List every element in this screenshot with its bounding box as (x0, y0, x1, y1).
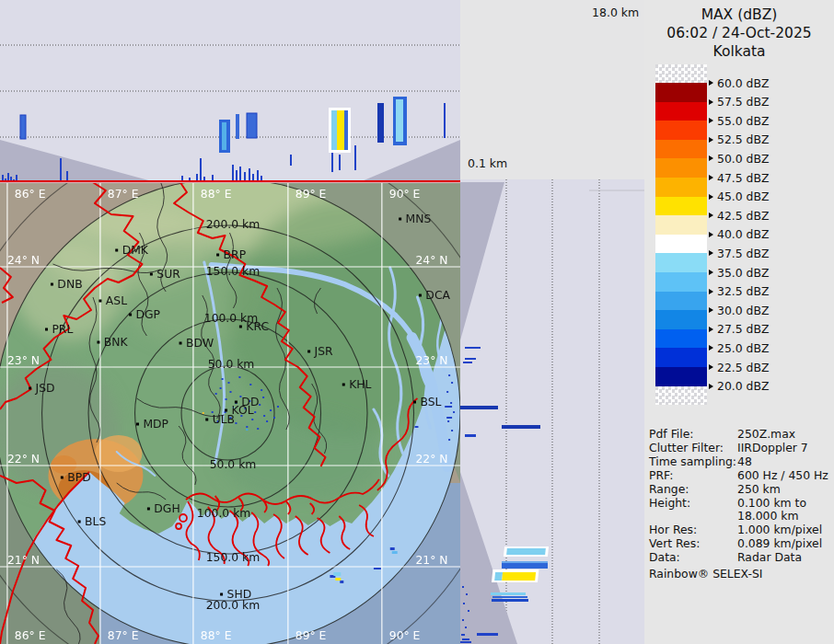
range-ring-label: 100.0 km (197, 506, 251, 520)
city-label: BDW (186, 336, 214, 350)
legend-boundary-label: 40.0 dBZ (709, 228, 769, 241)
map-canvas: 86° E86° E87° E87° E88° E88° E89° E89° E… (0, 179, 460, 644)
latitude-label: 22° N (7, 452, 40, 466)
longitude-label: 90° E (389, 187, 421, 201)
station-name: Kolkata (644, 42, 834, 61)
city-dot (61, 477, 64, 479)
city-dot (419, 294, 422, 297)
metadata-row: Height:0.100 km to (649, 497, 833, 511)
legend-panel: MAX (dBZ) 06:02 / 24-Oct-2025 Kolkata 60… (644, 0, 834, 644)
legend-boundary-label: 30.0 dBZ (709, 304, 769, 316)
legend-band (655, 140, 707, 159)
legend-boundary-label: 32.5 dBZ (709, 285, 769, 298)
city-label: SUR (156, 267, 180, 281)
longitude-label: 87° E (108, 628, 139, 642)
legend-boundary-label: 25.0 dBZ (709, 341, 769, 354)
legend-arrow-icon (709, 155, 713, 161)
legend-boundary-label: 52.5 dBZ (709, 133, 769, 146)
height-max-label: 18.0 km (592, 6, 639, 19)
legend-band (655, 64, 707, 83)
range-ring-label: 50.0 km (210, 457, 257, 471)
legend-band (655, 367, 707, 386)
legend-arrow-icon (709, 80, 713, 86)
height-min-label: 0.1 km (468, 156, 507, 170)
legend-arrow-icon (709, 384, 713, 389)
city-dot (29, 387, 31, 390)
top-projection-canvas (0, 0, 460, 183)
legend-band (655, 215, 707, 235)
city-dot (45, 328, 48, 331)
side-projection-canvas (460, 179, 644, 644)
city-label: PRL (52, 322, 73, 336)
software-brand: Rainbow® SELEX-SI (649, 567, 762, 581)
city-dot (220, 593, 223, 596)
legend-band (655, 253, 707, 272)
legend-band (655, 272, 707, 292)
legend-boundary-label: 35.0 dBZ (709, 266, 769, 279)
legend-arrow-icon (709, 232, 713, 237)
legend-arrow-icon (709, 118, 713, 123)
legend-boundary-label: 50.0 dBZ (709, 152, 769, 165)
city-dot (216, 254, 219, 257)
city-label: DGP (136, 307, 161, 321)
city-dot (307, 351, 310, 353)
legend-arrow-icon (709, 194, 713, 200)
city-dot (136, 423, 139, 426)
range-ring-label: 150.0 km (206, 264, 261, 278)
legend-arrow-icon (709, 327, 713, 332)
legend-arrow-icon (709, 213, 713, 218)
city-dot (413, 401, 416, 404)
city-label: KRC (246, 319, 269, 333)
product-name: MAX (dBZ) (644, 6, 834, 24)
longitude-label: 89° E (295, 628, 327, 642)
longitude-label: 86° E (15, 628, 46, 642)
latitude-label: 24° N (415, 253, 447, 267)
legend-arrow-icon (709, 137, 713, 143)
metadata-row: Hor Res:1.000 km/pixel (649, 523, 833, 537)
legend-band (655, 329, 707, 349)
city-dot (239, 326, 242, 328)
latitude-label: 24° N (7, 253, 40, 267)
city-label: SHD (227, 587, 252, 601)
city-label: BRP (224, 247, 247, 261)
legend-boundary-label: 20.0 dBZ (709, 380, 769, 393)
legend-arrow-icon (709, 307, 713, 313)
legend-band (655, 83, 707, 102)
legend-title: MAX (dBZ) 06:02 / 24-Oct-2025 Kolkata (644, 6, 834, 61)
legend-boundary-label: 27.5 dBZ (709, 323, 769, 336)
city-dot (51, 283, 53, 286)
metadata-row: 18.000 km (649, 510, 833, 523)
legend-band (655, 292, 707, 311)
surface-baseline (0, 180, 460, 182)
legend-boundary-label: 60.0 dBZ (709, 76, 769, 89)
longitude-label: 90° E (389, 628, 421, 642)
city-dot (147, 508, 150, 511)
range-ring-label: 150.0 km (206, 550, 261, 564)
city-label: JSD (35, 381, 55, 395)
legend-boundary-label: 57.5 dBZ (709, 96, 769, 109)
city-dot (180, 342, 182, 345)
city-label: BPD (67, 470, 90, 484)
top-projection-panel (0, 0, 460, 183)
city-label: DGH (154, 501, 180, 515)
legend-arrow-icon (709, 270, 713, 275)
city-dot (98, 300, 101, 303)
legend-band (655, 197, 707, 216)
city-dot (342, 384, 345, 386)
legend-arrow-icon (709, 289, 713, 294)
latitude-label: 22° N (415, 452, 447, 466)
city-label: MDP (143, 417, 168, 431)
metadata-row: Data:Radar Data (649, 551, 833, 565)
city-label: DNB (57, 277, 82, 291)
range-ring-label: 200.0 km (206, 217, 261, 231)
longitude-label: 89° E (295, 187, 327, 201)
longitude-label: 87° E (108, 187, 139, 201)
radar-display-window: 86° E86° E87° E87° E88° E88° E89° E89° E… (0, 0, 834, 644)
metadata-row: Range:250 km (649, 483, 833, 497)
legend-boundary-label: 37.5 dBZ (709, 247, 769, 259)
latitude-label: 23° N (7, 353, 40, 367)
height-axis-area: 18.0 km 0.1 km (460, 0, 644, 179)
city-label: BNK (104, 335, 129, 349)
city-dot (97, 341, 99, 344)
legend-boundary-label: 42.5 dBZ (709, 209, 769, 222)
